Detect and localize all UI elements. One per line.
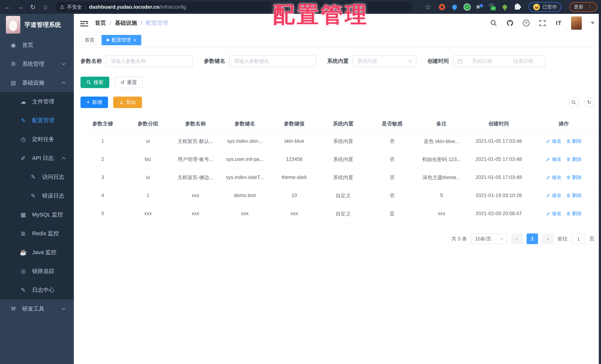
param-key-input[interactable] <box>229 55 316 67</box>
app-logo[interactable]: 芋道管理系统 <box>0 14 74 36</box>
green-check-extension-icon[interactable]: ✓ <box>463 3 471 11</box>
menu-item-label: 基础设施 <box>22 79 44 87</box>
sidebar-item-研发工具[interactable]: ⚒研发工具 <box>0 299 74 318</box>
param-name-input[interactable] <box>106 55 193 67</box>
date-range-picker[interactable]: 开始日期 - 结束日期 <box>453 55 545 67</box>
goto-page-input[interactable] <box>572 234 585 244</box>
chevron-down-icon <box>62 61 66 65</box>
user-avatar[interactable] <box>571 16 582 30</box>
table-cell: sys.index.skin... <box>220 132 270 150</box>
page-size-select[interactable]: 10条/页 <box>471 233 507 244</box>
table-toolbar-row: + 新增 导出 ↻ <box>80 97 594 108</box>
sidebar-item-配置管理[interactable]: ✎配置管理 <box>0 111 74 130</box>
table-cell: ui <box>125 168 171 187</box>
config-table: 参数主键参数分组参数名称参数键名参数键值系统内置是否敏感备注创建时间操作 1ui… <box>80 115 597 223</box>
sidebar-item-Java 监控[interactable]: ☕Java 监控 <box>0 243 74 262</box>
edit-link[interactable]: 修改 <box>546 192 561 199</box>
profile-paused-badge[interactable]: 已暂停 <box>529 2 561 12</box>
chevron-down-icon[interactable] <box>591 22 595 24</box>
back-icon[interactable]: ← <box>4 3 12 10</box>
sidebar-item-MySQL 监控[interactable]: ▦MySQL 监控 <box>0 205 74 224</box>
sidebar-item-首页[interactable]: ◉首页 <box>0 36 74 54</box>
fullscreen-icon[interactable] <box>539 19 546 27</box>
edit-link[interactable]: 修改 <box>546 210 561 217</box>
edit-link[interactable]: 修改 <box>546 156 561 162</box>
sidebar-item-API 日志[interactable]: ✐API 日志 <box>0 149 74 168</box>
delete-link[interactable]: 删除 <box>566 138 582 144</box>
export-button[interactable]: 导出 <box>113 97 142 108</box>
search-icon[interactable] <box>490 19 498 27</box>
delete-link[interactable]: 删除 <box>566 192 582 199</box>
table-cell: 10 <box>270 187 319 205</box>
page-size-value: 10条/页 <box>475 236 491 242</box>
reload-icon[interactable]: ↻ <box>29 3 37 11</box>
doc-icon: ✎ <box>29 192 37 199</box>
next-page-button[interactable]: › <box>542 233 553 244</box>
menu-item-label: Java 监控 <box>32 249 57 256</box>
column-header: 参数分组 <box>125 115 171 132</box>
edit-link[interactable]: 修改 <box>546 174 561 181</box>
sidebar-item-错误日志[interactable]: ✎错误日志 <box>0 186 74 205</box>
breadcrumb-item[interactable]: 基础设施 <box>115 19 137 27</box>
edit-link[interactable]: 修改 <box>546 138 561 144</box>
home-icon[interactable]: ⌂ <box>41 3 50 10</box>
sidebar-item-系统管理[interactable]: ⚙系统管理 <box>0 54 74 73</box>
infra-icon: ▤ <box>9 79 17 86</box>
table-cell: 2021-02-09 20:06:47 <box>466 205 531 223</box>
chrome-update-button[interactable]: 更新 ⋮ <box>569 2 597 12</box>
search-button[interactable]: 搜索 <box>80 77 109 88</box>
page-scrollbar[interactable] <box>599 14 601 364</box>
close-icon[interactable]: × <box>133 38 136 42</box>
orange-ring-extension-icon[interactable] <box>438 3 446 11</box>
blue-pin-extension-icon[interactable] <box>451 3 459 11</box>
collapse-sidebar-icon[interactable] <box>80 20 88 26</box>
table-cell: 1 <box>125 187 171 205</box>
refresh-table-button[interactable]: ↻ <box>584 97 594 108</box>
prev-page-button[interactable]: ‹ <box>511 233 522 244</box>
delete-link[interactable]: 删除 <box>566 210 582 217</box>
green-figure-extension-icon[interactable] <box>501 3 509 11</box>
sidebar-item-基础设施[interactable]: ▤基础设施 <box>0 73 74 92</box>
edit-icon <box>546 139 551 143</box>
help-icon[interactable]: ? <box>522 19 530 27</box>
reset-button[interactable]: ↺ 重置 <box>114 77 143 88</box>
sidebar-item-定时任务[interactable]: ◷定时任务 <box>0 130 74 149</box>
table-cell: 主框架页-侧边... <box>171 168 220 187</box>
redis-icon: ≣ <box>19 230 27 237</box>
sidebar-item-文件管理[interactable]: ☁文件管理 <box>0 92 74 111</box>
kebab-menu-icon[interactable]: ⋮ <box>587 4 593 10</box>
search-icon <box>86 80 91 85</box>
delete-icon <box>566 175 571 180</box>
breadcrumb-item[interactable]: 首页 <box>95 19 106 27</box>
split-squares-extension-icon[interactable] <box>476 3 484 11</box>
edit-icon <box>546 212 551 216</box>
chevron-down-icon <box>500 237 503 240</box>
param-name-label: 参数名称 <box>80 57 102 65</box>
breadcrumb-item: 配置管理 <box>146 19 168 27</box>
menu-item-label: 日志中心 <box>32 286 54 294</box>
white-puzzle-extension-icon[interactable] <box>513 3 521 11</box>
table-cell: sys.index.sideT... <box>220 168 270 187</box>
delete-link[interactable]: 删除 <box>566 174 582 181</box>
timer-icon: ◷ <box>19 136 27 143</box>
sidebar-item-链路追踪[interactable]: ◎链路追踪 <box>0 262 74 281</box>
forward-icon[interactable]: → <box>16 3 24 10</box>
total-count: 共 5 条 <box>451 235 467 242</box>
toggle-search-button[interactable] <box>569 97 579 108</box>
add-button[interactable]: + 新增 <box>80 97 108 108</box>
font-size-icon[interactable]: tT <box>555 19 563 27</box>
builtin-select[interactable]: 系统内置 <box>353 55 416 67</box>
current-page-button[interactable]: 1 <box>527 233 538 244</box>
tab-首页[interactable]: 首页 <box>80 35 99 45</box>
address-bar[interactable]: ⚠ 不安全 dashboard.yudao.iocoder.cn/infra/c… <box>55 2 412 12</box>
sidebar-item-Redis 监控[interactable]: ≣Redis 监控 <box>0 224 74 243</box>
bookmark-star-icon[interactable]: ☆ <box>425 3 431 11</box>
sidebar-item-日志中心[interactable]: ✎日志中心 <box>0 281 74 299</box>
svg-text:?: ? <box>525 21 527 25</box>
sidebar-item-访问日志[interactable]: ✎访问日志 <box>0 168 74 186</box>
tab-配置管理[interactable]: 配置管理× <box>101 35 141 45</box>
delete-link[interactable]: 删除 <box>566 156 582 162</box>
table-cell: demo.test <box>220 187 270 205</box>
on-badge-extension-icon[interactable]: on <box>488 3 496 11</box>
github-icon[interactable] <box>506 19 514 27</box>
